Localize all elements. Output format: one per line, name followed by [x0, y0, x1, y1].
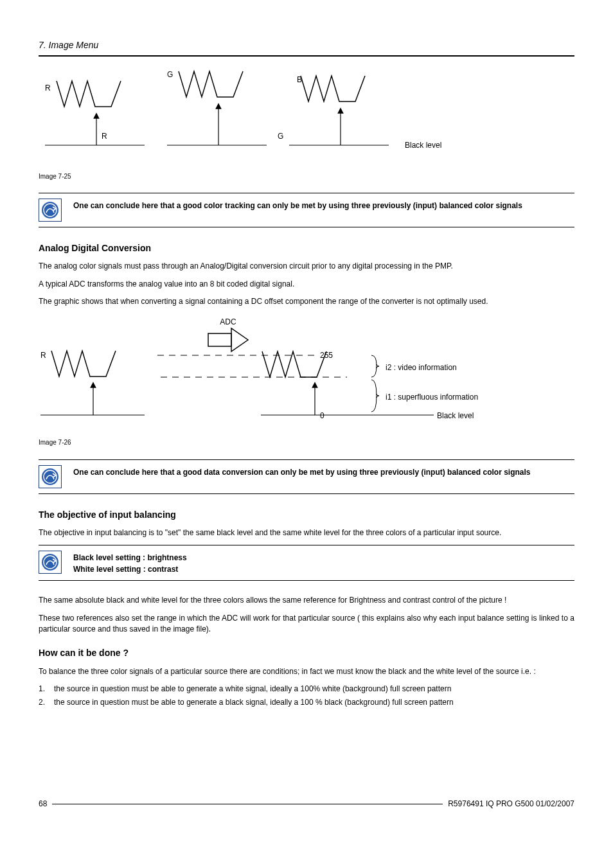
label-g-sub: G: [278, 132, 283, 141]
label-255: 255: [320, 351, 333, 360]
list-num: 1.: [39, 684, 54, 695]
objective-p1: The objective in input balancing is to "…: [39, 527, 574, 538]
adc-p3: The graphic shows that when converting a…: [39, 296, 574, 307]
how-p1: To balance the three color signals of a …: [39, 666, 574, 677]
doc-reference: R5976491 IQ PRO G500 01/02/2007: [448, 799, 574, 810]
label-r-sub: R: [102, 132, 107, 141]
list-num: 2.: [39, 697, 54, 708]
label-black-level-1: Black level: [405, 141, 441, 150]
list-item: 1. the source in question must be able t…: [39, 684, 574, 695]
callout-level-settings: Black level setting : brightness White l…: [39, 545, 574, 581]
label-g: G: [167, 70, 173, 79]
list-text: the source in question must be able to g…: [54, 697, 454, 708]
svg-point-16: [42, 468, 58, 485]
heading-objective: The objective of input balancing: [39, 508, 574, 521]
figure-7-26: ADC R 255 0 i2 : video information i1 : …: [39, 315, 574, 434]
figure-7-25: R R G G B Black level: [39, 68, 574, 168]
svg-point-6: [42, 202, 58, 218]
callout-text: One can conclude here that a good color …: [73, 199, 522, 211]
black-level-line: Black level setting : brightness: [73, 553, 187, 562]
adc-arrow-icon: [208, 328, 248, 351]
heading-adc: Analog Digital Conversion: [39, 242, 574, 254]
callout-text: Black level setting : brightness White l…: [73, 551, 187, 575]
svg-rect-8: [208, 333, 231, 346]
section-label: 7. Image Menu: [39, 40, 98, 50]
label-i1: i1 : superfluous information: [386, 393, 478, 402]
page-footer: 68 R5976491 IQ PRO G500 01/02/2007: [39, 799, 574, 810]
list-item: 2. the source in question must be able t…: [39, 697, 574, 708]
page-section-header: 7. Image Menu: [39, 39, 574, 57]
adc-p1: The analog color signals must pass throu…: [39, 261, 574, 272]
white-level-line: White level setting : contrast: [73, 563, 187, 575]
svg-point-18: [42, 554, 58, 571]
callout-text: One can conclude here that a good data c…: [73, 465, 530, 478]
page-number: 68: [39, 799, 47, 810]
label-black-level-2: Black level: [437, 411, 474, 420]
figure-7-26-caption: Image 7-26: [39, 438, 574, 448]
info-icon: [39, 465, 62, 488]
info-icon: [39, 551, 62, 574]
list-text: the source in question must be able to g…: [54, 684, 451, 695]
callout-color-tracking: One can conclude here that a good color …: [39, 193, 574, 227]
figure-7-25-caption: Image 7-25: [39, 172, 574, 182]
callout-data-conversion: One can conclude here that a good data c…: [39, 459, 574, 494]
label-r: R: [45, 84, 51, 93]
footer-rule: [52, 804, 443, 804]
label-adc: ADC: [220, 317, 236, 326]
post3-p2: These two references also set the range …: [39, 613, 574, 635]
heading-how: How can it be done ?: [39, 646, 574, 659]
conditions-list: 1. the source in question must be able t…: [39, 684, 574, 709]
info-icon: [39, 199, 62, 222]
post3-p1: The same absolute black and white level …: [39, 595, 574, 606]
label-0: 0: [320, 411, 324, 420]
label-i2: i2 : video information: [386, 363, 457, 372]
adc-p2: A typical ADC transforms the analog valu…: [39, 279, 574, 290]
label-r2: R: [40, 351, 46, 360]
